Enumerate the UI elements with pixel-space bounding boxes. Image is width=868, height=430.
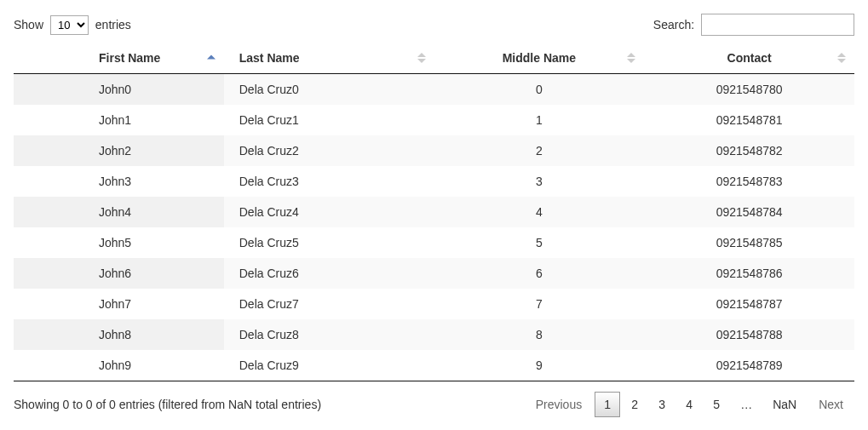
cell-last: Dela Cruz1 [224,105,434,135]
sort-icon [417,53,426,63]
table-row: John3Dela Cruz330921548783 [14,166,854,197]
table-row: John1Dela Cruz110921548781 [14,105,854,135]
table-row: John9Dela Cruz990921548789 [14,350,854,381]
pagination-previous[interactable]: Previous [525,392,593,417]
length-menu: Show 10 entries [14,15,131,35]
table-row: John6Dela Cruz660921548786 [14,258,854,289]
cell-middle: 9 [434,350,645,381]
cell-last: Dela Cruz3 [224,166,434,197]
length-suffix: entries [95,18,131,32]
column-header-label: Last Name [239,51,300,65]
cell-last: Dela Cruz9 [224,350,434,381]
cell-first: John0 [14,74,224,106]
cell-middle: 3 [434,166,645,197]
table-body: John0Dela Cruz000921548780John1Dela Cruz… [14,74,854,381]
cell-middle: 1 [434,105,645,135]
length-prefix: Show [14,18,43,32]
cell-first: John5 [14,227,224,258]
pagination-page[interactable]: 4 [676,392,702,417]
cell-first: John9 [14,350,224,381]
search-control: Search: [653,14,854,36]
cell-contact: 0921548782 [644,135,854,166]
cell-first: John4 [14,197,224,227]
cell-first: John6 [14,258,224,289]
pagination-page[interactable]: NaN [763,392,806,417]
cell-last: Dela Cruz5 [224,227,434,258]
table-row: John8Dela Cruz880921548788 [14,319,854,350]
search-label: Search: [653,18,694,32]
column-header-contact[interactable]: Contact [644,43,854,74]
pagination-page[interactable]: 5 [704,392,729,417]
column-header-label: First Name [99,51,160,65]
search-input[interactable] [701,14,854,36]
column-header-middle-name[interactable]: Middle Name [434,43,645,74]
table-controls-top: Show 10 entries Search: [14,14,854,36]
pagination-ellipsis: … [731,392,762,417]
cell-last: Dela Cruz8 [224,319,434,350]
data-table: First NameLast NameMiddle NameContact Jo… [14,43,854,381]
cell-contact: 0921548781 [644,105,854,135]
cell-contact: 0921548785 [644,227,854,258]
cell-last: Dela Cruz0 [224,74,434,106]
column-header-first-name[interactable]: First Name [14,43,224,74]
cell-last: Dela Cruz2 [224,135,434,166]
cell-middle: 2 [434,135,645,166]
cell-first: John1 [14,105,224,135]
cell-first: John3 [14,166,224,197]
sort-icon [837,53,846,63]
column-header-label: Contact [727,51,772,65]
cell-last: Dela Cruz4 [224,197,434,227]
table-row: John7Dela Cruz770921548787 [14,289,854,319]
length-menu-label: Show 10 entries [14,18,131,32]
cell-contact: 0921548788 [644,319,854,350]
cell-middle: 5 [434,227,645,258]
pagination-page[interactable]: 3 [649,392,675,417]
cell-contact: 0921548783 [644,166,854,197]
cell-first: John7 [14,289,224,319]
cell-contact: 0921548780 [644,74,854,106]
table-info: Showing 0 to 0 of 0 entries (filtered fr… [14,398,321,411]
table-row: John0Dela Cruz000921548780 [14,74,854,106]
table-row: John5Dela Cruz550921548785 [14,227,854,258]
pagination-page[interactable]: 2 [622,392,647,417]
cell-contact: 0921548786 [644,258,854,289]
pagination-next[interactable]: Next [808,392,854,417]
pagination-page: 1 [595,392,620,417]
cell-middle: 4 [434,197,645,227]
cell-contact: 0921548787 [644,289,854,319]
column-header-label: Middle Name [503,51,576,65]
cell-contact: 0921548784 [644,197,854,227]
table-head: First NameLast NameMiddle NameContact [14,43,854,74]
cell-middle: 7 [434,289,645,319]
table-row: John4Dela Cruz440921548784 [14,197,854,227]
cell-first: John2 [14,135,224,166]
cell-first: John8 [14,319,224,350]
cell-contact: 0921548789 [644,350,854,381]
length-select[interactable]: 10 [50,15,89,35]
cell-middle: 0 [434,74,645,106]
cell-last: Dela Cruz7 [224,289,434,319]
cell-last: Dela Cruz6 [224,258,434,289]
sort-icon [207,55,216,61]
cell-middle: 8 [434,319,645,350]
column-header-last-name[interactable]: Last Name [224,43,434,74]
pagination: Previous 12345…NaN Next [525,392,854,417]
cell-middle: 6 [434,258,645,289]
sort-icon [627,53,635,63]
table-controls-bottom: Showing 0 to 0 of 0 entries (filtered fr… [14,392,854,417]
table-row: John2Dela Cruz220921548782 [14,135,854,166]
